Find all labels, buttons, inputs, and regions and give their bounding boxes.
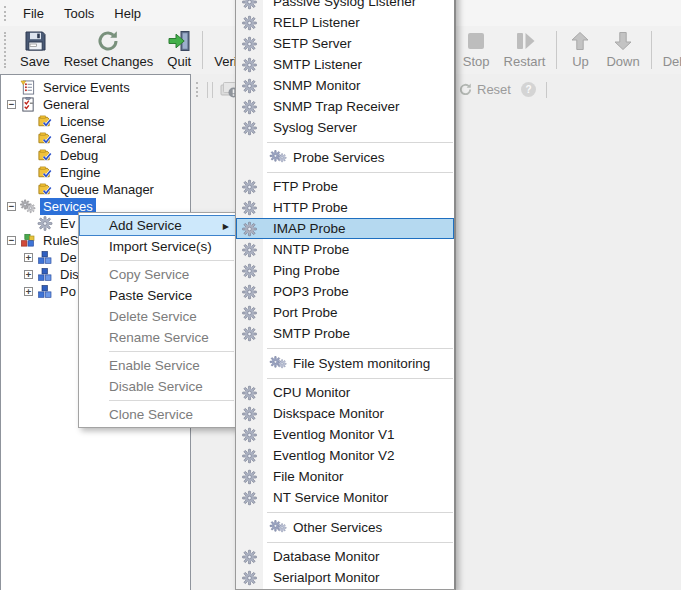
submenu-item[interactable]: SNMP Trap Receiver [236,96,454,117]
tree-node[interactable]: License [1,113,190,130]
context-menu-item[interactable]: Rename Service [79,327,236,348]
service-gear-icon [242,179,257,194]
toolbar-button[interactable]: Save [13,27,57,73]
context-menu-item[interactable]: Disable Service [79,376,236,397]
submenu-item-label: SNMP Monitor [273,78,361,93]
menubar-grip[interactable] [4,6,9,21]
context-menu-item[interactable]: Enable Service [79,355,236,376]
submenu-item[interactable]: Serialport Monitor [236,567,454,588]
toolbar-button[interactable]: Quit [160,27,198,73]
toolbar-button[interactable]: Down [599,27,646,73]
submenu-item[interactable]: RELP Listener [236,12,454,33]
context-menu-item[interactable]: Add Service [79,215,236,236]
toolbar-button[interactable]: DebugLog [656,27,681,73]
context-menu-item-label: Copy Service [109,267,189,282]
service-gear-icon [242,284,257,299]
submenu-item-label: Eventlog Monitor V2 [273,448,395,463]
submenu-item[interactable]: Eventlog Monitor V1 [236,424,454,445]
expand-toggle[interactable]: − [7,100,16,109]
context-menu-items: Add Service Import Service(s) Copy Servi… [79,215,236,425]
submenu-item[interactable]: Port Probe [236,302,454,323]
submenu-item[interactable]: SMTP Listener [236,54,454,75]
submenu-item: Probe Services [236,146,454,168]
tree-node-icon [20,233,36,248]
tree-node[interactable]: General [1,130,190,147]
menubar-item[interactable]: Tools [54,2,104,25]
expand-toggle[interactable]: − [7,202,16,211]
service-gear-icon [242,242,257,257]
submenu-item[interactable]: Database Monitor [236,546,454,567]
submenu-item[interactable]: NT Service Monitor [236,487,454,508]
submenu-item[interactable]: FTP Probe [236,176,454,197]
toolbar-button-label: Stop [463,54,490,69]
submenu-item[interactable]: HTTP Probe [236,197,454,218]
context-menu-item-label: Delete Service [109,309,197,324]
add-service-submenu-items: Passive Syslog Listener RELP Listener SE… [236,0,454,589]
tree-node-icon [20,97,36,112]
submenu-item [236,374,454,382]
reset-icon[interactable] [458,82,473,97]
reset-button-group: Reset ? [458,82,549,98]
context-menu-item[interactable]: Delete Service [79,306,236,327]
context-menu-item[interactable]: Copy Service [79,264,236,285]
service-gear-icon [242,305,257,320]
context-menu-item[interactable]: Clone Service [79,404,236,425]
submenu-item-label: File Monitor [273,469,344,484]
menubar-item[interactable]: Help [104,2,151,25]
tree-node-icon [37,131,53,146]
detail-toolbar-grip[interactable] [196,82,201,97]
submenu-item[interactable]: SETP Server [236,33,454,54]
context-menu-item-label: Disable Service [109,379,203,394]
toolbar-button[interactable]: Up [561,27,599,73]
tree-node[interactable]: Debug [1,147,190,164]
submenu-item[interactable]: Eventlog Monitor V2 [236,445,454,466]
submenu-item[interactable]: NNTP Probe [236,239,454,260]
toolbar-button[interactable]: Stop [456,27,497,73]
app-window: File Tools Help Save Reset Changes Quit [0,0,681,590]
toolbar-grip[interactable] [4,32,9,68]
submenu-item[interactable]: Passive Syslog Listener [236,0,454,12]
submenu-item-label: FTP Probe [273,179,338,194]
toolbar-button-icon [96,29,120,53]
menubar-item-label: Help [114,6,141,21]
tree-node[interactable]: Service Events [1,79,190,96]
tree-node-label: License [57,113,108,130]
context-menu-item[interactable]: Import Service(s) [79,236,236,257]
expand-toggle[interactable]: + [24,270,33,279]
expand-toggle[interactable]: + [24,253,33,262]
expand-toggle[interactable]: − [7,236,16,245]
submenu-item[interactable]: Ping Probe [236,260,454,281]
tree-node-icon [37,216,53,231]
submenu-item [236,168,454,176]
toolbar-button-icon [167,29,191,53]
reset-button[interactable]: Reset [477,82,511,97]
submenu-item[interactable]: IMAP Probe [236,218,454,239]
submenu-item[interactable]: SMTP Probe [236,323,454,344]
submenu-item[interactable]: Syslog Server [236,117,454,138]
tree-node-icon [37,182,53,197]
toolbar-button[interactable]: Reset Changes [57,27,161,73]
tree-node-icon [20,80,36,95]
submenu-item-label: IMAP Probe [273,221,346,236]
context-menu-item[interactable]: Paste Service [79,285,236,306]
tree-node[interactable]: Queue Manager [1,181,190,198]
tree-node-label: Po [57,283,79,300]
add-service-submenu: Passive Syslog Listener RELP Listener SE… [235,0,456,590]
menubar-item[interactable]: File [13,2,54,25]
tree-node-label: Service Events [40,79,133,96]
submenu-item[interactable]: SNMP Monitor [236,75,454,96]
submenu-item[interactable]: POP3 Probe [236,281,454,302]
expand-toggle[interactable]: + [24,287,33,296]
tree-node-icon [37,114,53,129]
toolbar-button-icon [513,29,537,53]
help-icon[interactable]: ? [521,82,536,97]
toolbar-button-label: DebugLog [663,54,681,69]
submenu-arrow-icon [223,221,229,230]
submenu-item-label: Diskspace Monitor [273,406,384,421]
toolbar-button[interactable]: Restart [497,27,553,73]
tree-node[interactable]: − General [1,96,190,113]
tree-node[interactable]: Engine [1,164,190,181]
submenu-item[interactable]: CPU Monitor [236,382,454,403]
submenu-item[interactable]: Diskspace Monitor [236,403,454,424]
submenu-item[interactable]: File Monitor [236,466,454,487]
